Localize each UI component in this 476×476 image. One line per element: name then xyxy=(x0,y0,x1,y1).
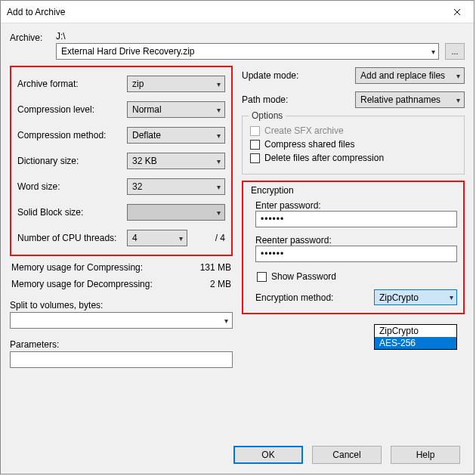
dictionary-size-label: Dictionary size: xyxy=(17,156,127,166)
compression-settings-highlight: Archive format: zip▾ Compression level: … xyxy=(10,66,233,256)
enter-password-input[interactable] xyxy=(255,211,457,227)
archive-filename-combo[interactable]: ▾ xyxy=(56,43,439,60)
encryption-legend: Encryption xyxy=(251,185,457,196)
solid-block-size-select: ▾ xyxy=(127,204,225,221)
help-button[interactable]: Help xyxy=(391,446,460,464)
update-mode-label: Update mode: xyxy=(242,70,355,81)
cancel-button[interactable]: Cancel xyxy=(312,446,382,464)
chevron-down-icon: ▾ xyxy=(450,293,453,301)
compress-shared-checkbox[interactable] xyxy=(250,140,260,150)
memory-decompress-label: Memory usage for Decompressing: xyxy=(11,279,153,289)
compression-level-label: Compression level: xyxy=(17,104,127,115)
encryption-option-aes256[interactable]: AES-256 xyxy=(375,337,456,349)
chevron-down-icon: ▾ xyxy=(431,48,435,56)
compress-shared-label: Compress shared files xyxy=(264,139,354,150)
chevron-down-icon: ▾ xyxy=(217,183,221,191)
archive-drive-path: J:\ xyxy=(56,31,465,42)
close-button[interactable] xyxy=(440,1,474,23)
split-volumes-label: Split to volumes, bytes: xyxy=(10,300,233,311)
delete-after-label: Delete files after compression xyxy=(264,153,384,163)
chevron-down-icon: ▾ xyxy=(224,317,228,325)
update-mode-select[interactable]: Add and replace files▾ xyxy=(355,67,465,84)
reenter-password-input[interactable] xyxy=(255,246,457,262)
chevron-down-icon: ▾ xyxy=(217,209,221,217)
split-volumes-combo[interactable]: ▾ xyxy=(10,312,233,329)
parameters-input[interactable] xyxy=(10,351,233,368)
titlebar: Add to Archive xyxy=(1,1,474,23)
chevron-down-icon: ▾ xyxy=(456,72,460,80)
reenter-password-label: Reenter password: xyxy=(255,235,457,246)
dialog-footer: OK Cancel Help xyxy=(1,436,474,474)
add-to-archive-dialog: Add to Archive Archive: J:\ ▾ ... xyxy=(0,0,474,474)
show-password-checkbox[interactable] xyxy=(257,272,267,282)
archive-label: Archive: xyxy=(10,32,51,43)
chevron-down-icon: ▾ xyxy=(217,157,221,165)
encryption-option-zipcrypto[interactable]: ZipCrypto xyxy=(375,325,456,337)
encryption-method-select[interactable]: ZipCrypto▾ xyxy=(374,289,457,305)
encryption-highlight: Encryption Enter password: Reenter passw… xyxy=(242,181,465,314)
options-fieldset: Options Create SFX archive Compress shar… xyxy=(242,116,465,175)
cpu-threads-total: / 4 xyxy=(195,233,225,243)
chevron-down-icon: ▾ xyxy=(217,106,221,114)
close-icon xyxy=(453,8,461,16)
cpu-threads-label: Number of CPU threads: xyxy=(17,233,127,243)
archive-filename-input[interactable] xyxy=(60,45,431,57)
path-mode-select[interactable]: Relative pathnames▾ xyxy=(355,91,465,108)
sfx-checkbox xyxy=(250,126,260,136)
archive-format-select[interactable]: zip▾ xyxy=(127,76,225,92)
chevron-down-icon: ▾ xyxy=(217,80,221,88)
memory-compress-label: Memory usage for Compressing: xyxy=(11,262,143,273)
solid-block-size-label: Solid Block size: xyxy=(17,207,127,218)
word-size-label: Word size: xyxy=(17,181,127,192)
browse-button[interactable]: ... xyxy=(445,43,465,60)
chevron-down-icon: ▾ xyxy=(217,131,221,140)
delete-after-checkbox[interactable] xyxy=(250,153,260,163)
show-password-label: Show Password xyxy=(271,271,336,282)
chevron-down-icon: ▾ xyxy=(179,234,183,243)
encryption-method-dropdown[interactable]: ZipCrypto AES-256 xyxy=(374,324,457,350)
compression-method-select[interactable]: Deflate▾ xyxy=(127,127,225,144)
cpu-threads-select[interactable]: 4▾ xyxy=(127,230,187,246)
compression-level-select[interactable]: Normal▾ xyxy=(127,101,225,118)
enter-password-label: Enter password: xyxy=(255,200,457,211)
compression-method-label: Compression method: xyxy=(17,130,127,141)
options-legend: Options xyxy=(249,110,286,121)
dictionary-size-select[interactable]: 32 KB▾ xyxy=(127,153,225,169)
memory-decompress-value: 2 MB xyxy=(210,279,231,289)
chevron-down-icon: ▾ xyxy=(456,96,460,104)
sfx-label: Create SFX archive xyxy=(264,125,344,136)
path-mode-label: Path mode: xyxy=(242,94,355,105)
encryption-method-label: Encryption method: xyxy=(255,292,374,303)
word-size-select[interactable]: 32▾ xyxy=(127,178,225,195)
dialog-title: Add to Archive xyxy=(7,7,440,17)
memory-compress-value: 131 MB xyxy=(200,262,231,273)
format-label: Archive format: xyxy=(17,79,127,89)
ok-button[interactable]: OK xyxy=(233,446,303,464)
parameters-label: Parameters: xyxy=(10,339,233,350)
